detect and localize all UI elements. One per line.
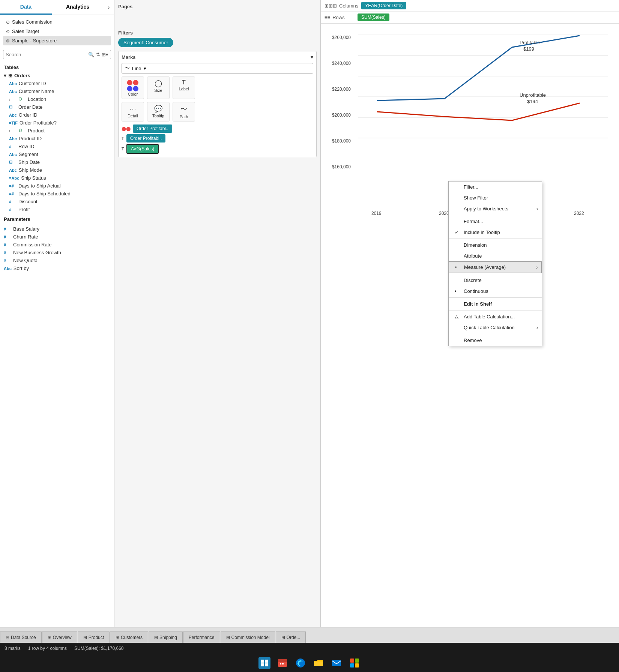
field-label-12: Ship Mode <box>19 167 42 173</box>
svg-rect-25 <box>350 658 354 663</box>
menu-item-filter[interactable]: Filter... <box>449 182 542 192</box>
tab-label-customers: Customers <box>121 635 143 640</box>
field-label-2: Customer Name <box>19 88 54 94</box>
menu-item-attribute[interactable]: Attribute <box>449 250 542 261</box>
taskbar-windows-icon[interactable] <box>258 657 270 669</box>
menu-item-remove[interactable]: Remove <box>449 335 542 346</box>
param-commission-rate[interactable]: # Commission Rate <box>0 241 114 249</box>
tab-performance[interactable]: Performance <box>183 632 220 643</box>
tab-icon-data-source: ⊟ <box>6 635 9 640</box>
field-location[interactable]: › ⚇ Location <box>5 95 114 103</box>
tooltip-button[interactable]: 💬 Tooltip <box>147 102 170 122</box>
menu-item-edit-shelf[interactable]: Edit in Shelf <box>449 298 542 309</box>
orders-group[interactable]: ▾ ⊞ Orders <box>0 72 114 80</box>
filter-chip-segment[interactable]: Segment: Consumer <box>118 38 173 47</box>
field-discount[interactable]: # Discount <box>5 198 114 206</box>
taskbar-mail-icon[interactable] <box>331 657 343 669</box>
parameters-list: # Base Salary # Churn Rate # Commission … <box>0 224 114 274</box>
collapse-panel-button[interactable]: › <box>104 0 114 15</box>
field-product-id[interactable]: Abc Product ID <box>5 135 114 142</box>
menu-item-measure-avg[interactable]: • Measure (Average) › <box>449 261 542 273</box>
tab-customers[interactable]: ⊞ Customers <box>110 632 148 643</box>
param-sort-by[interactable]: Abc Sort by <box>0 264 114 272</box>
tab-commission[interactable]: ⊞ Commission Model <box>221 632 275 643</box>
tab-data-source[interactable]: ⊟ Data Source <box>0 632 42 643</box>
datasource-sales-target[interactable]: ⊙ Sales Target <box>3 27 111 36</box>
field-label-8: Product ID <box>19 136 42 141</box>
field-days-ship-scheduled[interactable]: =# Days to Ship Scheduled <box>5 190 114 198</box>
field-ship-mode[interactable]: Abc Ship Mode <box>5 166 114 174</box>
param-new-business[interactable]: # New Business Growth <box>0 249 114 256</box>
field-product[interactable]: › ⚇ Product <box>5 127 114 135</box>
param-label-2: Churn Rate <box>13 234 38 240</box>
year-order-date-chip[interactable]: YEAR(Order Date) <box>361 2 406 9</box>
field-order-date[interactable]: ⊟ Order Date <box>5 103 114 111</box>
pill-order-profitable-2[interactable]: Order Profitabl.. <box>126 134 166 142</box>
tab-product[interactable]: ⊞ Product <box>78 632 110 643</box>
abc-icon: Abc <box>9 81 17 86</box>
param-new-quota[interactable]: # New Quota <box>0 256 114 264</box>
detail-button[interactable]: ⋯ Detail <box>122 102 144 122</box>
marks-expand-icon[interactable]: ▾ <box>311 54 313 60</box>
calc-num-icon-2: =# <box>9 192 17 196</box>
view-toggle-icon[interactable]: ⊞▾ <box>102 52 108 57</box>
label-button[interactable]: T Label <box>173 76 195 99</box>
color-label: Color <box>128 92 138 96</box>
tab-order[interactable]: ⊞ Orde... <box>276 632 306 643</box>
field-order-id[interactable]: Abc Order ID <box>5 111 114 119</box>
datasource-superstore[interactable]: ⊛ Sample - Superstore <box>3 36 111 45</box>
path-icon: 〜 <box>180 105 187 114</box>
num-icon-2: # <box>9 200 17 204</box>
menu-item-show-filter[interactable]: Show Filter <box>449 192 542 203</box>
field-segment[interactable]: Abc Segment <box>5 150 114 158</box>
param-base-salary[interactable]: # Base Salary <box>0 225 114 233</box>
field-customer-name[interactable]: Abc Customer Name <box>5 87 114 95</box>
datasource-sales-commission[interactable]: ⊙ Sales Commission <box>3 17 111 27</box>
taskbar-store-icon[interactable] <box>349 657 361 669</box>
search-icon[interactable]: 🔍 <box>88 52 94 57</box>
field-ship-status[interactable]: =Abc Ship Status <box>5 174 114 182</box>
shelf-area: ⊞⊞⊞ Columns YEAR(Order Date) ≡≡ Rows SUM… <box>321 0 619 24</box>
menu-item-format[interactable]: Format... <box>449 216 542 227</box>
tab-overview[interactable]: ⊞ Overview <box>42 632 77 643</box>
size-button[interactable]: ◯ Size <box>147 76 170 99</box>
field-customer-id[interactable]: Abc Customer ID <box>5 80 114 87</box>
field-label-17: Profit <box>18 207 30 212</box>
orders-fields: Abc Customer ID Abc Customer Name › ⚇ Lo… <box>0 80 114 213</box>
taskbar-calendar-icon[interactable] <box>276 657 288 669</box>
field-order-profitable[interactable]: =T|F Order Profitable? <box>5 119 114 127</box>
param-churn-rate[interactable]: # Churn Rate <box>0 233 114 241</box>
menu-item-discrete[interactable]: Discrete <box>449 275 542 286</box>
field-row-id[interactable]: # Row ID <box>5 142 114 150</box>
path-button[interactable]: 〜 Path <box>173 102 195 122</box>
field-profit[interactable]: # Profit <box>5 206 114 213</box>
taskbar-edge-icon[interactable] <box>294 657 306 669</box>
taskbar-folder-icon[interactable] <box>313 657 325 669</box>
color-button[interactable]: ⬤⬤⬤⬤ Color <box>122 76 144 99</box>
menu-item-quick-calc[interactable]: Quick Table Calculation › <box>449 322 542 333</box>
svg-text:2022: 2022 <box>574 211 584 216</box>
menu-item-apply-worksheets[interactable]: Apply to Worksheets › <box>449 203 542 214</box>
search-input[interactable] <box>6 52 88 57</box>
svg-rect-26 <box>355 658 359 663</box>
field-label-13: Ship Status <box>21 175 46 181</box>
tab-analytics[interactable]: Analytics <box>52 0 104 15</box>
sum-sales-chip[interactable]: SUM(Sales) <box>358 14 389 21</box>
pill-order-profitable-1[interactable]: Order Profitabl.. <box>133 124 172 133</box>
status-sum: SUM(Sales): $1,170,660 <box>74 646 123 651</box>
param-label-6: Sort by <box>14 266 29 271</box>
filter-icon[interactable]: ⚗ <box>96 52 100 57</box>
tab-shipping[interactable]: ⊞ Shipping <box>149 632 183 643</box>
menu-item-dimension[interactable]: Dimension <box>449 240 542 250</box>
separator-3 <box>449 274 542 274</box>
marks-buttons: ⬤⬤⬤⬤ Color ◯ Size T Label <box>122 76 313 99</box>
menu-item-add-calc[interactable]: △ Add Table Calculation... <box>449 311 542 322</box>
menu-item-continuous[interactable]: • Continuous <box>449 286 542 297</box>
menu-item-include-tooltip[interactable]: ✓ Include in Tooltip <box>449 227 542 238</box>
marks-pills: ⬤⬤ Order Profitabl.. T Order Profitabl..… <box>122 124 313 154</box>
pill-avg-sales[interactable]: AVG(Sales) <box>126 144 159 154</box>
field-days-ship-actual[interactable]: =# Days to Ship Actual <box>5 182 114 190</box>
field-ship-date[interactable]: ⊟ Ship Date <box>5 158 114 166</box>
marks-type-dropdown[interactable]: 〜 Line ▾ <box>122 63 313 74</box>
tab-data[interactable]: Data <box>0 0 52 15</box>
